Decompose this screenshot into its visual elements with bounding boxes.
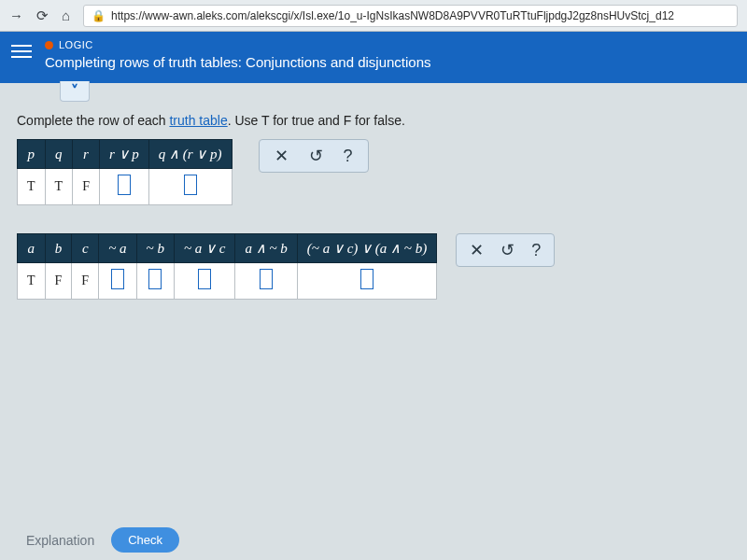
browser-chrome: → ⟳ ⌂ 🔒 https://www-awn.aleks.com/aleksc… xyxy=(0,0,747,32)
t1-h2: r xyxy=(73,140,100,169)
reset-button[interactable]: ↺ xyxy=(309,146,323,166)
t1-h4: q ∧ (r ∨ p) xyxy=(148,140,232,169)
t2-h5: ~ a ∨ c xyxy=(174,234,235,263)
t2-c3 xyxy=(99,263,136,300)
t2-c5 xyxy=(174,263,235,300)
t2-h2: c xyxy=(72,234,99,263)
chevron-down-icon: ˅ xyxy=(71,82,78,100)
truth-table-link[interactable]: truth table xyxy=(169,113,227,128)
t1-h3: r ∨ p xyxy=(99,140,148,169)
t2-c4 xyxy=(136,263,174,300)
t2-c2: F xyxy=(72,263,99,300)
close-button-2[interactable]: ✕ xyxy=(470,240,484,260)
page-title: Completing rows of truth tables: Conjunc… xyxy=(45,54,431,70)
instruction-post: . Use T for true and F for false. xyxy=(228,113,405,128)
t2-c1: F xyxy=(45,263,72,300)
t2-h6: a ∧ ~ b xyxy=(235,234,297,263)
topic-label: LOGIC xyxy=(59,39,93,50)
home-icon[interactable]: ⌂ xyxy=(62,7,70,23)
url-bar[interactable]: 🔒 https://www-awn.aleks.com/alekscgi/x/I… xyxy=(83,5,738,27)
tool-panel-2: ✕ ↺ ? xyxy=(456,233,555,267)
t2-input-4[interactable] xyxy=(148,269,162,289)
topic-dot-icon xyxy=(45,41,53,49)
close-button[interactable]: ✕ xyxy=(275,146,289,166)
topic-line: LOGIC xyxy=(45,39,431,50)
header-text: LOGIC Completing rows of truth tables: C… xyxy=(45,39,431,70)
app-header: LOGIC Completing rows of truth tables: C… xyxy=(0,32,747,83)
t1-input-4[interactable] xyxy=(184,175,197,195)
t1-input-3[interactable] xyxy=(118,175,131,195)
footer: Explanation Check xyxy=(26,527,179,553)
tool-panel-1: ✕ ↺ ? xyxy=(259,139,369,173)
explanation-button[interactable]: Explanation xyxy=(26,533,94,548)
lock-icon: 🔒 xyxy=(92,9,106,22)
truth-table-2: a b c ~ a ~ b ~ a ∨ c a ∧ ~ b (~ a ∨ c) … xyxy=(17,233,437,300)
t2-input-6[interactable] xyxy=(260,269,273,289)
help-button[interactable]: ? xyxy=(344,147,353,166)
help-button-2[interactable]: ? xyxy=(531,241,541,260)
back-icon[interactable]: → xyxy=(9,7,23,23)
check-button[interactable]: Check xyxy=(111,527,179,553)
t2-h0: a xyxy=(18,234,46,263)
t2-input-5[interactable] xyxy=(198,269,211,289)
instruction-text: Complete the row of each truth table. Us… xyxy=(17,113,730,128)
reset-button-2[interactable]: ↺ xyxy=(500,240,514,260)
t2-c0: T xyxy=(18,263,46,300)
t2-c6 xyxy=(235,263,297,300)
t1-h0: p xyxy=(18,140,46,169)
truth-table-1: p q r r ∨ p q ∧ (r ∨ p) T T F xyxy=(17,139,233,205)
t1-c4 xyxy=(148,169,232,205)
t1-c0: T xyxy=(18,169,46,205)
t2-h7: (~ a ∨ c) ∨ (a ∧ ~ b) xyxy=(297,234,436,263)
instruction-pre: Complete the row of each xyxy=(17,113,169,128)
t2-input-7[interactable] xyxy=(360,269,374,289)
url-text: https://www-awn.aleks.com/alekscgi/x/Isl… xyxy=(111,9,674,22)
t1-c3 xyxy=(99,169,148,205)
t1-c2: F xyxy=(73,169,100,205)
content-area: Complete the row of each truth table. Us… xyxy=(0,102,747,300)
t2-h1: b xyxy=(45,234,72,263)
collapse-tab[interactable]: ˅ xyxy=(60,81,747,102)
t2-h4: ~ b xyxy=(136,234,174,263)
t1-h1: q xyxy=(45,140,73,169)
menu-icon[interactable] xyxy=(11,45,32,58)
t1-c1: T xyxy=(45,169,73,205)
t2-input-3[interactable] xyxy=(111,269,124,289)
t2-c7 xyxy=(297,263,436,300)
t2-h3: ~ a xyxy=(99,234,136,263)
reload-icon[interactable]: ⟳ xyxy=(36,7,49,24)
